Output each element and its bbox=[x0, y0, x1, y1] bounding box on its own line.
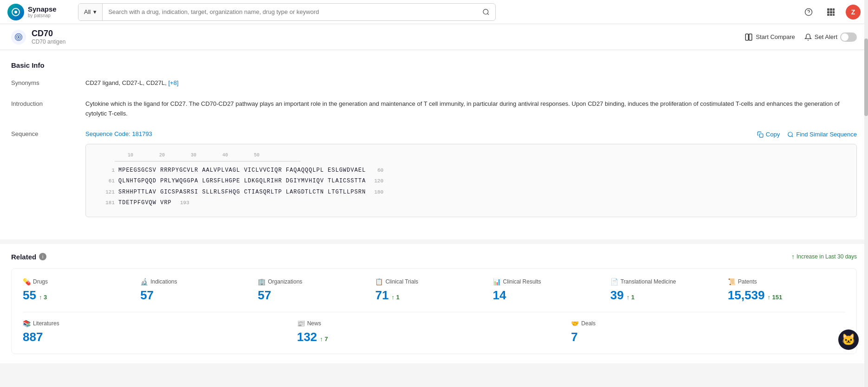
related-item-icon: 📄 bbox=[610, 278, 618, 285]
count-value: 14 bbox=[493, 288, 506, 303]
related-item-count: 132 ↑ 7 bbox=[297, 330, 571, 344]
alert-toggle[interactable] bbox=[840, 32, 857, 42]
logo-icon bbox=[7, 4, 24, 20]
seq-end-num: 120 bbox=[369, 177, 383, 186]
sequence-code[interactable]: Sequence Code: 181793 bbox=[85, 129, 152, 139]
related-item-count: 39 ↑ 1 bbox=[610, 288, 728, 303]
find-similar-button[interactable]: Find Similar Sequence bbox=[787, 131, 857, 138]
related-item-icon: 📰 bbox=[297, 320, 305, 327]
find-similar-label: Find Similar Sequence bbox=[796, 131, 857, 138]
related-item[interactable]: 🤝 Deals 7 bbox=[571, 320, 845, 344]
related-item-label-text: News bbox=[307, 320, 321, 327]
compare-label: Start Compare bbox=[756, 33, 795, 40]
svg-rect-14 bbox=[833, 14, 835, 16]
related-item[interactable]: 🔬 Indications 57 bbox=[140, 278, 258, 303]
related-item-label: 🔬 Indications bbox=[140, 278, 258, 285]
svg-rect-18 bbox=[746, 34, 749, 40]
sequence-label: Sequence bbox=[11, 129, 85, 217]
target-icon bbox=[11, 30, 26, 45]
related-item-label: 🏢 Organizations bbox=[258, 278, 375, 285]
search-button[interactable] bbox=[477, 4, 495, 20]
related-info-icon[interactable]: i bbox=[39, 253, 46, 260]
scrollbar-thumb[interactable] bbox=[864, 39, 868, 116]
seq-end-num: 193 bbox=[175, 199, 189, 207]
svg-rect-11 bbox=[833, 11, 835, 13]
seq-body: SRHHPTTLAV GICSPASRSI SLLRLSFHQG CTIASQR… bbox=[118, 188, 366, 197]
synonyms-value: CD27 ligand, CD27-L, CD27L, [+8] bbox=[85, 78, 857, 88]
filter-dropdown[interactable]: All ▾ bbox=[78, 4, 103, 20]
related-item-label-text: Translational Medicine bbox=[621, 278, 676, 285]
synonyms-label: Synonyms bbox=[11, 78, 85, 88]
related-item[interactable]: 💊 Drugs 55 ↑ 3 bbox=[23, 278, 140, 303]
related-item-count: 887 bbox=[23, 330, 297, 344]
search-bar: All ▾ bbox=[78, 3, 496, 21]
related-item-label: 📄 Translational Medicine bbox=[610, 278, 728, 285]
related-item[interactable]: 📋 Clinical Trials 71 ↑ 1 bbox=[375, 278, 492, 303]
seq-body: TDETPFGVQW VRP bbox=[118, 199, 172, 207]
sequence-line: 181 TDETPFGVQW VRP 193 bbox=[95, 199, 847, 207]
copy-label: Copy bbox=[766, 131, 780, 138]
count-increase-arrow-icon: ↑ bbox=[767, 294, 771, 301]
related-item-icon: 🏢 bbox=[258, 278, 266, 285]
related-item-label-text: Literatures bbox=[33, 320, 59, 327]
introduction-label: Introduction bbox=[11, 99, 85, 119]
related-item-count: 14 bbox=[493, 288, 610, 303]
help-button[interactable] bbox=[801, 5, 816, 19]
sequence-box: 10 20 30 40 50 1 MPEEGSGCSV RRRPYGCVLR A… bbox=[85, 144, 857, 217]
related-item[interactable]: 📰 News 132 ↑ 7 bbox=[297, 320, 571, 344]
chevron-down-icon: ▾ bbox=[93, 8, 97, 15]
sequence-content: Sequence Code: 181793 Copy Find Similar … bbox=[85, 129, 857, 217]
related-item[interactable]: 📚 Literatures 887 bbox=[23, 320, 297, 344]
related-item-icon: 📊 bbox=[493, 278, 501, 285]
count-value: 887 bbox=[23, 330, 43, 344]
increase-arrow-icon: ↑ bbox=[791, 253, 795, 260]
seq-start-num: 1 bbox=[95, 167, 115, 175]
seq-end-num: 180 bbox=[369, 188, 383, 197]
count-increase: ↑ 1 bbox=[391, 294, 399, 301]
count-increase: ↑ 1 bbox=[627, 294, 635, 301]
related-item-label-text: Organizations bbox=[268, 278, 302, 285]
count-value: 57 bbox=[140, 288, 154, 303]
related-item[interactable]: 📊 Clinical Results 14 bbox=[493, 278, 610, 303]
related-row-1: 💊 Drugs 55 ↑ 3 🔬 Indications 57 🏢 Organi… bbox=[23, 278, 845, 303]
count-value: 55 bbox=[23, 288, 36, 303]
svg-point-2 bbox=[483, 9, 488, 14]
set-alert-button[interactable]: Set Alert bbox=[804, 32, 857, 42]
seq-start-num: 181 bbox=[95, 199, 115, 207]
related-item-label-text: Clinical Trials bbox=[385, 278, 418, 285]
page-subtitle: CD70 antigen bbox=[32, 39, 65, 45]
count-value: 57 bbox=[258, 288, 271, 303]
count-increase: ↑ 7 bbox=[320, 335, 328, 342]
increase-text: Increase in Last 30 days bbox=[797, 253, 857, 260]
start-compare-button[interactable]: Start Compare bbox=[745, 33, 795, 41]
related-item-count: 55 ↑ 3 bbox=[23, 288, 140, 303]
count-increase: ↑ 151 bbox=[767, 294, 782, 301]
related-item-label: 📰 News bbox=[297, 320, 571, 327]
scrollbar[interactable] bbox=[864, 0, 868, 363]
related-item[interactable]: 📜 Patents 15,539 ↑ 151 bbox=[728, 278, 845, 303]
copy-button[interactable]: Copy bbox=[757, 131, 780, 138]
user-avatar[interactable]: Z bbox=[846, 5, 861, 19]
sequence-line: 121 SRHHPTTLAV GICSPASRSI SLLRLSFHQG CTI… bbox=[95, 188, 847, 197]
svg-rect-10 bbox=[830, 11, 832, 13]
count-increase-arrow-icon: ↑ bbox=[39, 294, 42, 301]
main-content: Basic Info Synonyms CD27 ligand, CD27-L,… bbox=[0, 50, 868, 239]
related-item[interactable]: 📄 Translational Medicine 39 ↑ 1 bbox=[610, 278, 728, 303]
count-value: 39 bbox=[610, 288, 624, 303]
count-increase-arrow-icon: ↑ bbox=[627, 294, 630, 301]
related-item-label-text: Drugs bbox=[33, 278, 48, 285]
synonyms-more[interactable]: [+8] bbox=[168, 79, 179, 86]
related-item[interactable]: 🏢 Organizations 57 bbox=[258, 278, 375, 303]
chatbot-icon[interactable]: 🐱 bbox=[838, 329, 859, 350]
apps-button[interactable] bbox=[823, 5, 838, 19]
related-item-icon: 📜 bbox=[728, 278, 736, 285]
search-input[interactable] bbox=[103, 4, 477, 20]
related-item-label: 💊 Drugs bbox=[23, 278, 140, 285]
chatbot-button[interactable]: 🐱 bbox=[838, 329, 859, 350]
logo-area: Synapse by patsnap bbox=[7, 4, 72, 20]
related-item-count: 57 bbox=[258, 288, 375, 303]
svg-point-1 bbox=[14, 11, 17, 13]
related-item-label-text: Indications bbox=[150, 278, 177, 285]
count-value: 71 bbox=[375, 288, 389, 303]
related-item-icon: 💊 bbox=[23, 278, 31, 285]
